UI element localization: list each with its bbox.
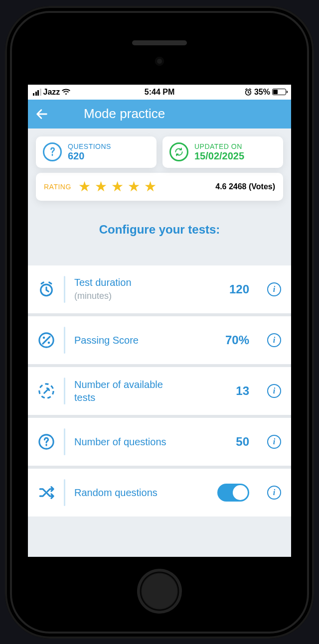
separator	[64, 276, 65, 303]
star-icon: ★	[144, 180, 157, 194]
wifi-icon	[62, 89, 70, 95]
alarm-icon	[244, 88, 252, 96]
separator	[64, 378, 65, 404]
random-toggle[interactable]	[217, 484, 249, 502]
toggle-knob	[233, 485, 248, 500]
status-left: Jazz	[33, 88, 70, 97]
separator	[64, 428, 65, 455]
screen: Jazz 5:44 PM 35%	[28, 85, 291, 557]
settings-list: Test duration (minutes) 120 i Passing Sc…	[28, 265, 291, 516]
rating-stars: ★ ★ ★ ★ ★	[78, 180, 157, 194]
info-icon[interactable]: i	[267, 282, 281, 296]
svg-point-4	[48, 341, 50, 344]
configure-heading: Configure your tests:	[28, 201, 291, 265]
back-arrow-icon[interactable]	[35, 107, 49, 121]
question-circle-icon	[38, 433, 55, 450]
questions-row-label: Number of questions	[74, 435, 184, 448]
info-icon[interactable]: i	[267, 384, 281, 398]
row-num-questions[interactable]: Number of questions 50 i	[28, 418, 291, 466]
rating-text: 4.6 2468 (Votes)	[215, 182, 275, 191]
home-button[interactable]	[137, 569, 182, 614]
updated-label: UPDATED ON	[194, 142, 244, 150]
info-cards-row: QUESTIONS 620 UPDATED ON 15/02/2025	[28, 129, 291, 173]
star-icon: ★	[95, 180, 107, 194]
phone-camera	[155, 57, 164, 66]
questions-label: QUESTIONS	[68, 142, 111, 150]
target-dashed-icon	[38, 383, 55, 399]
rating-label: RATING	[44, 183, 71, 191]
phone-speaker	[132, 40, 187, 45]
questions-row-value: 50	[219, 435, 249, 449]
separator	[64, 479, 65, 506]
duration-label: Test duration	[74, 277, 132, 288]
info-icon[interactable]: i	[267, 435, 281, 449]
phone-bezel: Jazz 5:44 PM 35%	[10, 11, 309, 634]
row-random-questions[interactable]: Random questions i	[28, 469, 291, 516]
svg-point-3	[43, 336, 45, 339]
question-mark-icon	[43, 142, 62, 161]
tests-label: Number of available tests	[74, 378, 184, 404]
random-label: Random questions	[74, 486, 184, 499]
separator	[64, 327, 65, 354]
phone-frame: Jazz 5:44 PM 35%	[5, 6, 314, 639]
battery-icon	[272, 89, 286, 95]
row-passing-score[interactable]: Passing Score 70% i	[28, 316, 291, 364]
page-title: Mode practice	[84, 106, 165, 122]
passing-label: Passing Score	[74, 334, 184, 347]
app-header: Mode practice	[28, 100, 291, 129]
updated-card[interactable]: UPDATED ON 15/02/2025	[162, 136, 283, 168]
info-icon[interactable]: i	[267, 486, 281, 500]
questions-card[interactable]: QUESTIONS 620	[36, 136, 157, 168]
duration-sublabel: (minutes)	[74, 291, 112, 301]
shuffle-icon	[38, 484, 55, 501]
row-label: Test duration (minutes)	[74, 276, 184, 302]
status-time: 5:44 PM	[145, 88, 174, 97]
updated-value: 15/02/2025	[194, 150, 244, 162]
passing-value: 70%	[219, 333, 249, 347]
signal-bars-icon	[33, 89, 41, 96]
rating-card[interactable]: RATING ★ ★ ★ ★ ★ 4.6 2468 (Votes)	[36, 173, 283, 201]
row-test-duration[interactable]: Test duration (minutes) 120 i	[28, 265, 291, 313]
info-icon[interactable]: i	[267, 333, 281, 347]
tests-value: 13	[219, 384, 249, 398]
row-available-tests[interactable]: Number of available tests 13 i	[28, 367, 291, 415]
star-icon: ★	[78, 180, 91, 194]
clock-icon	[38, 281, 55, 298]
content-area: QUESTIONS 620 UPDATED ON 15/02/2025	[28, 129, 291, 557]
duration-value: 120	[219, 282, 249, 296]
carrier-label: Jazz	[43, 88, 60, 97]
battery-percent: 35%	[254, 88, 270, 97]
questions-value: 620	[68, 150, 111, 162]
refresh-icon	[169, 142, 188, 161]
star-icon: ★	[111, 180, 124, 194]
status-bar: Jazz 5:44 PM 35%	[28, 85, 291, 100]
percent-icon	[38, 332, 55, 349]
status-right: 35%	[244, 88, 286, 97]
star-icon: ★	[128, 180, 140, 194]
